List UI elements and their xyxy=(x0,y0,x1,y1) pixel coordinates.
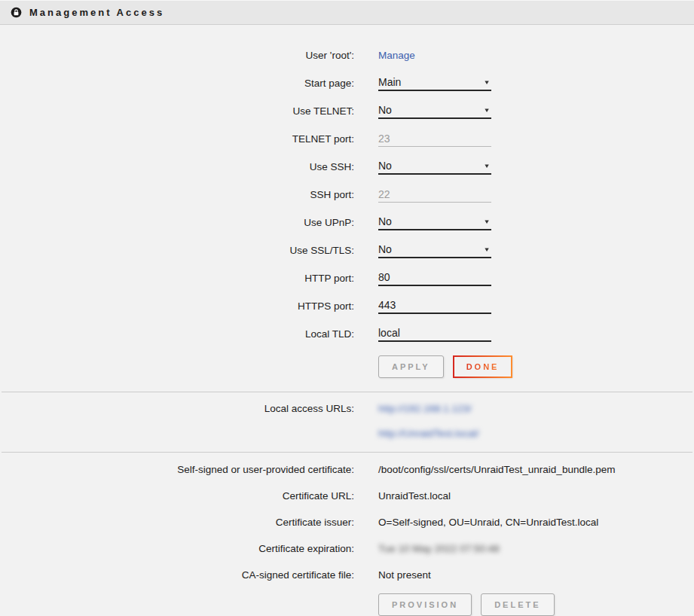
https-port-input[interactable] xyxy=(378,297,491,314)
use-ssl-select[interactable]: No ▼ xyxy=(378,242,491,258)
lock-icon xyxy=(11,7,22,18)
row-cert-file: Self-signed or user-provided certificate… xyxy=(0,462,694,477)
row-telnet-port: TELNET port: xyxy=(0,130,694,147)
ssh-port-input xyxy=(378,186,491,203)
apply-button: APPLY xyxy=(378,355,444,378)
chevron-down-icon: ▼ xyxy=(483,163,490,169)
done-button[interactable]: DONE xyxy=(453,355,513,378)
provision-button: PROVISION xyxy=(378,593,472,616)
cert-issuer-value: O=Self-signed, OU=Unraid, CN=UnraidTest.… xyxy=(378,517,598,528)
row-cert-expiration: Certificate expiration: Tue 10 May 2022 … xyxy=(0,541,694,556)
use-ssh-select[interactable]: No ▼ xyxy=(378,158,491,175)
row-cert-url: Certificate URL: UnraidTest.local xyxy=(0,488,694,503)
section-titlebar: Management Access xyxy=(0,0,694,25)
selected-value: No xyxy=(378,215,392,227)
row-use-upnp: Use UPnP: No ▼ xyxy=(0,214,694,230)
row-label: User 'root': xyxy=(0,50,354,61)
row-label: Use UPnP: xyxy=(0,217,354,228)
row-use-ssh: Use SSH: No ▼ xyxy=(0,158,694,175)
page-title: Management Access xyxy=(29,7,164,18)
row-label: Local TLD: xyxy=(0,328,354,340)
local-access-section: Local access URLs: http://192.168.1.123/… xyxy=(0,392,694,452)
row-label: Certificate issuer: xyxy=(0,517,354,528)
selected-value: No xyxy=(378,243,392,255)
ca-cert-status: Not present xyxy=(378,569,431,581)
row-start-page: Start page: Main ▼ xyxy=(0,75,694,91)
row-label: Use TELNET: xyxy=(0,105,354,117)
cert-expiration-value: Tue 10 May 2022 07:50:48 xyxy=(378,543,500,554)
row-label: Start page: xyxy=(0,78,354,89)
row-label: HTTP port: xyxy=(0,273,354,284)
cert-file-path: /boot/config/ssl/certs/UnraidTest_unraid… xyxy=(378,464,615,475)
management-access-form: User 'root': Manage Start page: Main ▼ U… xyxy=(0,25,694,392)
delete-button: DELETE xyxy=(481,593,554,616)
row-user-root: User 'root': Manage xyxy=(0,47,694,63)
telnet-port-input xyxy=(378,130,491,147)
row-use-telnet: Use TELNET: No ▼ xyxy=(0,102,694,119)
row-label: Self-signed or user-provided certificate… xyxy=(0,464,354,475)
row-http-port: HTTP port: xyxy=(0,270,694,286)
local-access-url-1[interactable]: http://192.168.1.123/ xyxy=(378,401,479,416)
row-label: HTTPS port: xyxy=(0,300,354,312)
chevron-down-icon: ▼ xyxy=(483,246,490,253)
row-label: TELNET port: xyxy=(0,133,354,145)
manage-root-link[interactable]: Manage xyxy=(378,50,415,61)
selected-value: No xyxy=(378,104,392,116)
row-ssh-port: SSH port: xyxy=(0,186,694,203)
local-tld-input[interactable] xyxy=(378,325,491,342)
start-page-select[interactable]: Main ▼ xyxy=(378,75,491,91)
use-upnp-select[interactable]: No ▼ xyxy=(378,214,491,230)
row-label: CA-signed certificate file: xyxy=(0,569,354,581)
chevron-down-icon: ▼ xyxy=(483,79,490,86)
selected-value: Main xyxy=(378,76,401,88)
local-access-label: Local access URLs: xyxy=(0,401,354,414)
row-local-tld: Local TLD: xyxy=(0,325,694,342)
chevron-down-icon: ▼ xyxy=(483,218,490,225)
row-label: Use SSH: xyxy=(0,161,354,172)
chevron-down-icon: ▼ xyxy=(483,107,490,114)
row-https-port: HTTPS port: xyxy=(0,297,694,314)
form-buttons: APPLY DONE xyxy=(378,355,694,378)
row-ca-cert: CA-signed certificate file: Not present xyxy=(0,567,694,582)
row-label: Certificate URL: xyxy=(0,490,354,502)
use-telnet-select[interactable]: No ▼ xyxy=(378,102,491,119)
selected-value: No xyxy=(378,160,392,172)
row-label: SSH port: xyxy=(0,189,354,200)
http-port-input[interactable] xyxy=(378,270,491,286)
row-use-ssl: Use SSL/TLS: No ▼ xyxy=(0,242,694,258)
row-cert-issuer: Certificate issuer: O=Self-signed, OU=Un… xyxy=(0,514,694,529)
certificate-section: Self-signed or user-provided certificate… xyxy=(0,453,694,616)
certificate-buttons: PROVISION DELETE xyxy=(378,593,694,616)
row-label: Use SSL/TLS: xyxy=(0,245,354,256)
local-access-url-2[interactable]: http://UnraidTest.local/ xyxy=(378,426,479,441)
row-label: Certificate expiration: xyxy=(0,543,354,554)
cert-url-value: UnraidTest.local xyxy=(378,490,451,502)
